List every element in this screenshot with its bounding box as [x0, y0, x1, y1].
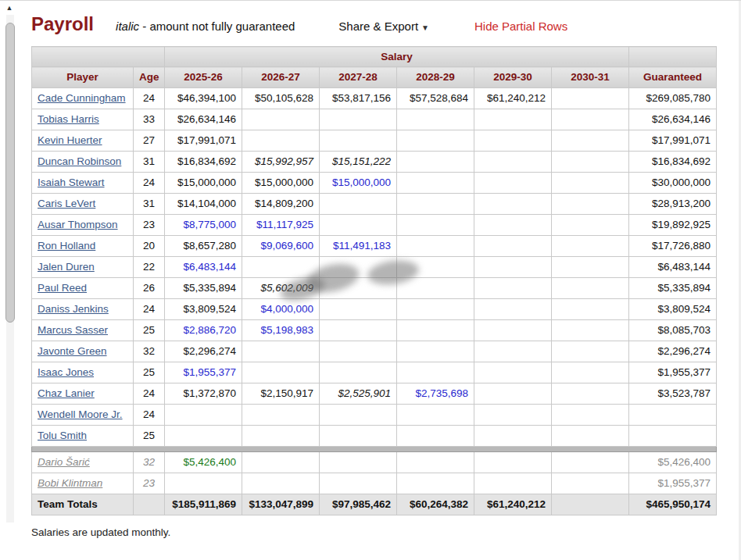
salary-cell [474, 194, 552, 215]
salary-cell [397, 194, 474, 215]
player-cell: Tolu Smith [32, 426, 134, 447]
salary-cell [320, 362, 397, 383]
player-link[interactable]: Tolu Smith [38, 430, 87, 441]
guaranteed-cell: $5,335,894 [629, 278, 717, 299]
player-link[interactable]: Dario Šarić [38, 456, 90, 468]
salary-cell [320, 194, 397, 215]
salary-cell [397, 362, 474, 383]
column-header-2025-26[interactable]: 2025-26 [165, 67, 242, 88]
salaries-updated-note: Salaries are updated monthly. [31, 526, 719, 538]
salary-cell [242, 130, 320, 152]
player-cell: Paul Reed [32, 278, 134, 299]
payroll-tbody: Cade Cunningham24$46,394,100$50,105,628$… [32, 88, 717, 494]
column-header-player[interactable]: Player [32, 67, 134, 88]
salary-cell [242, 473, 320, 494]
salary-cell: $50,105,628 [242, 88, 320, 109]
salary-cell [242, 341, 320, 362]
column-header-2027-28[interactable]: 2027-28 [320, 67, 397, 88]
overheader-spacer [629, 47, 717, 67]
payroll-page: ▲ Payroll italic - amount not fully guar… [0, 0, 741, 560]
guaranteed-cell: $3,523,787 [629, 383, 717, 405]
player-link[interactable]: Paul Reed [38, 282, 87, 294]
salary-cell [552, 299, 629, 320]
salary-overheader-row: Salary [32, 47, 717, 67]
player-cell: Isaiah Stewart [32, 173, 134, 194]
column-header-age[interactable]: Age [134, 67, 165, 88]
table-row: Paul Reed26$5,335,894$5,602,009$5,335,89… [32, 278, 717, 299]
salary-cell: $1,372,870 [165, 383, 242, 405]
player-link[interactable]: Marcus Sasser [38, 324, 108, 336]
salary-cell: $2,296,274 [165, 341, 242, 362]
player-cell: Ron Holland [32, 236, 134, 257]
salary-cell [552, 405, 629, 426]
salary-cell: $15,151,222 [320, 152, 397, 173]
table-row: Tobias Harris33$26,634,146$26,634,146 [32, 109, 717, 130]
player-cell: Dario Šarić [32, 452, 134, 473]
salary-cell: $14,104,000 [165, 194, 242, 215]
player-link[interactable]: Chaz Lanier [38, 387, 95, 399]
salary-cell: $5,426,400 [165, 452, 242, 473]
player-link[interactable]: Daniss Jenkins [38, 303, 109, 315]
guaranteed-cell [629, 405, 717, 426]
player-cell: Kevin Huerter [32, 130, 134, 152]
scrollbar-thumb[interactable] [5, 23, 15, 323]
salary-cell [397, 452, 474, 473]
hide-partial-rows-link[interactable]: Hide Partial Rows [474, 20, 567, 33]
player-link[interactable]: Wendell Moore Jr. [38, 408, 123, 420]
player-link[interactable]: Caris LeVert [38, 198, 95, 209]
dropdown-arrow-icon: ▼ [421, 23, 429, 32]
salary-cell [474, 109, 552, 130]
vertical-scrollbar[interactable]: ▲ [2, 1, 19, 560]
salary-cell [320, 320, 397, 341]
salary-cell [552, 452, 629, 473]
player-cell: Jalen Duren [32, 257, 134, 278]
player-link[interactable]: Javonte Green [38, 345, 107, 357]
table-row: Ausar Thompson23$8,775,000$11,117,925$19… [32, 215, 717, 236]
salary-cell [397, 152, 474, 173]
salary-cell: $15,000,000 [242, 173, 320, 194]
player-cell: Duncan Robinson [32, 152, 134, 173]
column-header-2029-30[interactable]: 2029-30 [474, 67, 552, 88]
share-export-label: Share & Export [338, 20, 418, 33]
player-link[interactable]: Ron Holland [38, 240, 95, 251]
player-link[interactable]: Tobias Harris [38, 113, 99, 125]
column-header-2030-31[interactable]: 2030-31 [552, 67, 629, 88]
player-link[interactable]: Jalen Duren [38, 261, 95, 273]
salary-cell [397, 341, 474, 362]
guaranteed-cell: $1,955,377 [629, 473, 717, 494]
overheader-spacer [32, 47, 165, 67]
player-link[interactable]: Duncan Robinson [38, 155, 121, 167]
legend-italic-word: italic [116, 20, 139, 33]
player-cell: Daniss Jenkins [32, 299, 134, 320]
salary-cell: $5,198,983 [242, 320, 320, 341]
player-link[interactable]: Bobi Klintman [38, 477, 102, 489]
salary-cell [165, 426, 242, 447]
salary-cell [474, 299, 552, 320]
salary-cell [320, 341, 397, 362]
salary-cell [552, 473, 629, 494]
player-link[interactable]: Kevin Huerter [38, 134, 102, 146]
salary-cell: $57,528,684 [397, 88, 474, 109]
scroll-up-arrow-icon[interactable]: ▲ [4, 2, 15, 13]
salary-cell [474, 426, 552, 447]
age-cell: 22 [134, 257, 165, 278]
player-link[interactable]: Cade Cunningham [38, 92, 126, 104]
player-link[interactable]: Ausar Thompson [38, 219, 118, 230]
column-header-2028-29[interactable]: 2028-29 [397, 67, 474, 88]
age-cell: 27 [134, 130, 165, 152]
age-cell: 23 [134, 473, 165, 494]
salary-cell [474, 473, 552, 494]
salary-cell: $17,991,071 [165, 130, 242, 152]
table-row: Marcus Sasser25$2,886,720$5,198,983$8,08… [32, 320, 717, 341]
table-row: Caris LeVert31$14,104,000$14,809,200$28,… [32, 194, 717, 215]
payroll-header: Payroll italic - amount not fully guaran… [31, 13, 719, 35]
salary-cell: $4,000,000 [242, 299, 320, 320]
column-header-guaranteed[interactable]: Guaranteed [629, 67, 717, 88]
player-link[interactable]: Isaac Jones [38, 366, 94, 378]
salary-cell [397, 236, 474, 257]
salary-cell [397, 405, 474, 426]
share-export-menu[interactable]: Share & Export▼ [338, 20, 429, 33]
column-header-2026-27[interactable]: 2026-27 [242, 67, 320, 88]
age-cell: 26 [134, 278, 165, 299]
player-link[interactable]: Isaiah Stewart [38, 177, 105, 188]
